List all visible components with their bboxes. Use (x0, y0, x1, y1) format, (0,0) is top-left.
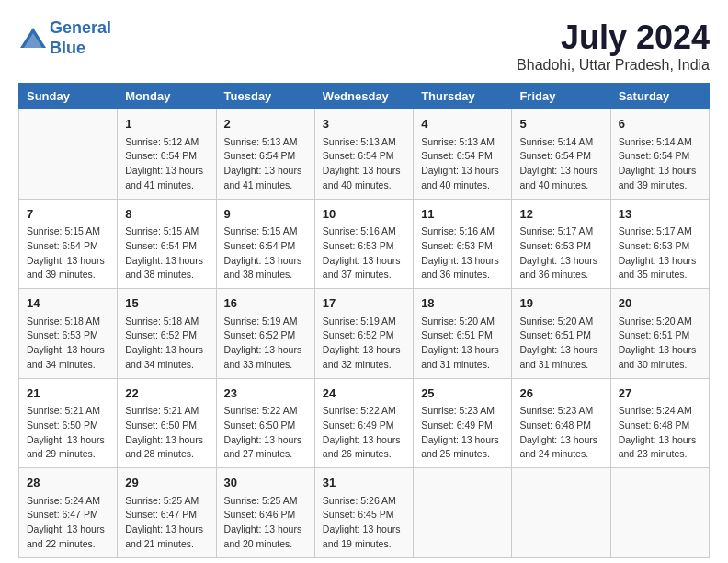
calendar-cell (512, 468, 610, 558)
cell-text: Sunrise: 5:15 AM (224, 224, 307, 239)
cell-text: and 33 minutes. (224, 358, 307, 373)
day-number: 4 (421, 115, 504, 133)
cell-text: Sunrise: 5:21 AM (125, 404, 208, 419)
cell-text: Sunset: 6:47 PM (125, 508, 208, 523)
cell-text: Daylight: 13 hours (125, 433, 208, 448)
cell-text: Sunset: 6:54 PM (619, 149, 701, 164)
cell-text: Daylight: 13 hours (125, 523, 208, 537)
logo: General Blue (18, 18, 111, 58)
cell-text: Sunrise: 5:20 AM (619, 315, 701, 329)
cell-text: Daylight: 13 hours (27, 433, 109, 448)
day-number: 14 (27, 294, 109, 313)
week-row-2: 7Sunrise: 5:15 AMSunset: 6:54 PMDaylight… (19, 199, 710, 289)
day-number: 1 (125, 115, 208, 133)
cell-text: and 40 minutes. (421, 178, 504, 193)
day-number: 30 (224, 474, 307, 492)
cell-text: Daylight: 13 hours (224, 254, 307, 269)
cell-text: Sunset: 6:45 PM (323, 508, 405, 523)
cell-text: Sunrise: 5:19 AM (323, 315, 405, 329)
cell-text: Sunset: 6:49 PM (323, 419, 405, 433)
cell-text: Sunrise: 5:15 AM (27, 224, 109, 239)
header: General Blue July 2024 Bhadohi, Uttar Pr… (18, 18, 710, 74)
calendar-cell: 24Sunrise: 5:22 AMSunset: 6:49 PMDayligh… (314, 378, 413, 468)
cell-text: and 21 minutes. (125, 537, 208, 552)
cell-text: Daylight: 13 hours (519, 343, 602, 358)
day-number: 17 (323, 294, 405, 313)
cell-text: Daylight: 13 hours (619, 164, 701, 178)
day-number: 2 (224, 115, 307, 133)
calendar-cell: 28Sunrise: 5:24 AMSunset: 6:47 PMDayligh… (19, 468, 118, 558)
day-number: 6 (619, 115, 701, 133)
cell-text: Sunrise: 5:21 AM (27, 404, 109, 419)
cell-text: and 30 minutes. (619, 358, 701, 373)
cell-text: and 35 minutes. (619, 268, 701, 282)
cell-text: Sunset: 6:53 PM (519, 239, 602, 254)
main-title: July 2024 (517, 18, 710, 57)
cell-text: and 39 minutes. (27, 268, 109, 282)
cell-text: and 24 minutes. (519, 447, 602, 462)
cell-text: Daylight: 13 hours (519, 433, 602, 448)
cell-text: Sunset: 6:54 PM (323, 149, 405, 164)
cell-text: and 23 minutes. (619, 447, 701, 462)
calendar-cell (414, 468, 512, 558)
cell-text: and 40 minutes. (519, 178, 602, 193)
cell-text: Sunrise: 5:20 AM (421, 315, 504, 329)
cell-text: Sunrise: 5:16 AM (421, 224, 504, 239)
cell-text: Sunrise: 5:13 AM (224, 135, 307, 150)
cell-text: and 37 minutes. (323, 268, 405, 282)
day-number: 22 (125, 385, 208, 403)
calendar-cell: 31Sunrise: 5:26 AMSunset: 6:45 PMDayligh… (314, 468, 413, 558)
cell-text: and 38 minutes. (224, 268, 307, 282)
header-sunday: Sunday (19, 84, 118, 109)
calendar-cell: 2Sunrise: 5:13 AMSunset: 6:54 PMDaylight… (216, 109, 314, 200)
week-row-5: 28Sunrise: 5:24 AMSunset: 6:47 PMDayligh… (19, 468, 710, 558)
cell-text: Daylight: 13 hours (125, 164, 208, 178)
cell-text: Sunset: 6:52 PM (224, 328, 307, 343)
cell-text: Sunrise: 5:22 AM (323, 404, 405, 419)
cell-text: and 36 minutes. (519, 268, 602, 282)
day-number: 15 (125, 294, 208, 313)
calendar-cell: 22Sunrise: 5:21 AMSunset: 6:50 PMDayligh… (118, 378, 216, 468)
calendar-cell: 4Sunrise: 5:13 AMSunset: 6:54 PMDaylight… (414, 109, 512, 200)
cell-text: Daylight: 13 hours (421, 343, 504, 358)
cell-text: Sunrise: 5:14 AM (519, 135, 602, 150)
cell-text: Sunrise: 5:19 AM (224, 315, 307, 329)
cell-text: Sunset: 6:52 PM (323, 328, 405, 343)
cell-text: Daylight: 13 hours (519, 254, 602, 269)
calendar-cell: 29Sunrise: 5:25 AMSunset: 6:47 PMDayligh… (118, 468, 216, 558)
day-number: 21 (27, 385, 109, 403)
header-friday: Friday (512, 84, 610, 109)
cell-text: and 41 minutes. (224, 178, 307, 193)
title-section: July 2024 Bhadohi, Uttar Pradesh, India (517, 18, 710, 74)
cell-text: Sunset: 6:54 PM (125, 149, 208, 164)
cell-text: Daylight: 13 hours (224, 343, 307, 358)
cell-text: Sunset: 6:54 PM (519, 149, 602, 164)
cell-text: Sunset: 6:50 PM (125, 419, 208, 433)
logo-text: General Blue (50, 18, 111, 58)
calendar-cell (19, 109, 118, 200)
day-number: 27 (619, 385, 701, 403)
cell-text: and 29 minutes. (27, 447, 109, 462)
cell-text: Sunrise: 5:13 AM (421, 135, 504, 150)
calendar-cell: 23Sunrise: 5:22 AMSunset: 6:50 PMDayligh… (216, 378, 314, 468)
cell-text: Sunset: 6:50 PM (27, 419, 109, 433)
cell-text: and 32 minutes. (323, 358, 405, 373)
calendar-cell: 10Sunrise: 5:16 AMSunset: 6:53 PMDayligh… (314, 199, 413, 289)
cell-text: Daylight: 13 hours (619, 343, 701, 358)
day-number: 24 (323, 385, 405, 403)
day-number: 18 (421, 294, 504, 313)
calendar-cell: 12Sunrise: 5:17 AMSunset: 6:53 PMDayligh… (512, 199, 610, 289)
calendar-cell: 20Sunrise: 5:20 AMSunset: 6:51 PMDayligh… (610, 289, 709, 379)
cell-text: and 34 minutes. (27, 358, 109, 373)
day-number: 10 (323, 205, 405, 224)
cell-text: Sunset: 6:54 PM (224, 239, 307, 254)
header-wednesday: Wednesday (314, 84, 413, 109)
day-number: 9 (224, 205, 307, 224)
cell-text: Sunrise: 5:23 AM (421, 404, 504, 419)
cell-text: Sunrise: 5:18 AM (125, 315, 208, 329)
cell-text: and 34 minutes. (125, 358, 208, 373)
logo-line2: Blue (50, 39, 85, 57)
cell-text: Sunrise: 5:25 AM (224, 494, 307, 509)
day-number: 8 (125, 205, 208, 224)
cell-text: Sunset: 6:54 PM (27, 239, 109, 254)
